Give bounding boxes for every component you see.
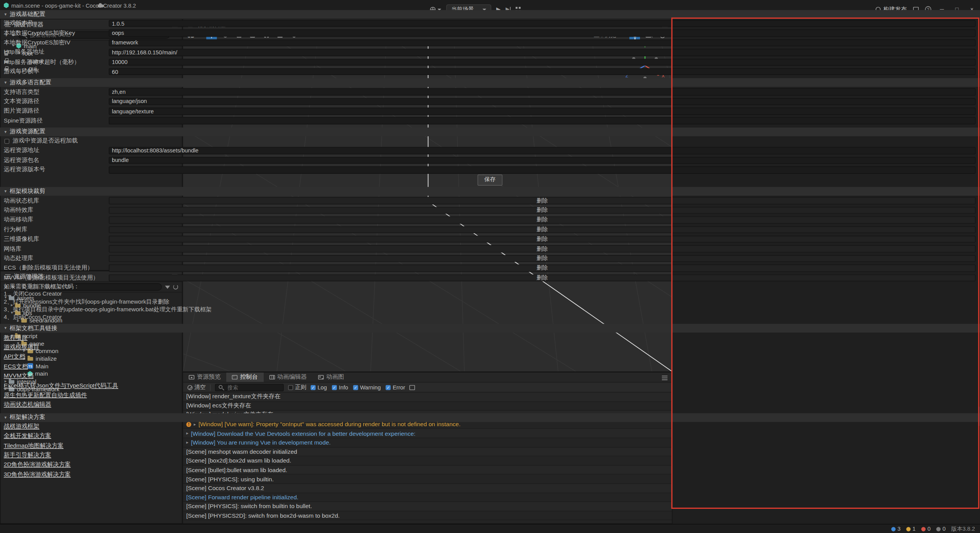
delete-button[interactable]: 删除 xyxy=(109,197,975,204)
scrollbar-thumb[interactable] xyxy=(978,406,979,426)
error-count[interactable]: 0 xyxy=(921,526,931,532)
solution-link[interactable]: 2D角色扮演游戏解决方案 xyxy=(0,460,980,470)
delete-button[interactable]: 删除 xyxy=(109,235,975,243)
basic-fields: 游戏版本号 本地数据CryptoES加密Key 本地数据CryptoES加密IV xyxy=(0,19,980,77)
solution-link[interactable]: Tiledmap地图解决方案 xyxy=(0,441,980,451)
field-input[interactable] xyxy=(109,157,975,164)
solution-link[interactable]: 全栈开发解决方案 xyxy=(0,432,980,441)
field-input[interactable] xyxy=(109,59,975,66)
field-label: 本地数据CryptoES加密IV xyxy=(4,39,109,47)
field-input[interactable] xyxy=(109,20,975,27)
field-label: 远程资源版本号 xyxy=(4,166,109,174)
checkbox-icon xyxy=(4,139,9,144)
module-rows: 动画状态机库 删除 动画特效库 删除 动画移动库 删除 行为树库 xyxy=(0,196,980,283)
section-header-basic[interactable]: 游戏基础配置 xyxy=(0,10,980,19)
field-input[interactable] xyxy=(109,147,975,154)
doc-link[interactable]: Excel格式转Json文件与TypeScript代码工具 xyxy=(0,381,980,391)
module-label: 动态处理库 xyxy=(4,254,109,262)
section-header-i18n[interactable]: 游戏多语言配置 xyxy=(0,78,980,87)
warning-icon xyxy=(906,527,910,531)
section-header-resources[interactable]: 游戏资源配置 xyxy=(0,128,980,136)
collapse-caret-icon xyxy=(4,80,7,85)
inspector-panel: 属性检查器 构建发布 服务 框架配置 xyxy=(0,0,307,505)
doc-link[interactable]: ECS文档 xyxy=(0,362,980,371)
collapse-caret-icon xyxy=(4,326,7,331)
delete-button[interactable]: 删除 xyxy=(109,265,975,272)
config-field: 文本资源路径 xyxy=(0,97,980,106)
i18n-fields: 支持语言类型 文本资源路径 图片资源路径 Spine资源路径 xyxy=(0,87,980,126)
error-icon xyxy=(921,527,925,531)
collapse-caret-icon xyxy=(4,189,7,194)
field-label: 支持语言类型 xyxy=(4,88,109,96)
field-input[interactable] xyxy=(109,49,975,56)
message-count[interactable]: 3 xyxy=(891,526,901,532)
module-row: 三维摄像机库 删除 xyxy=(0,234,980,244)
delete-button[interactable]: 删除 xyxy=(109,255,975,262)
doc-link[interactable]: API文档 xyxy=(0,352,980,362)
module-label: MVVM（删除后模板项目无法使用） xyxy=(4,274,109,282)
doc-link[interactable]: MVVM文档 xyxy=(0,371,980,381)
doc-link[interactable]: 游戏模板项目 xyxy=(0,342,980,352)
redownload-note: 3、执行项目根目录中的update-oops-plugin-framework.… xyxy=(0,306,980,313)
field-label: Spine资源路径 xyxy=(4,117,109,125)
field-input[interactable] xyxy=(109,166,975,173)
window-title: main.scene - oops-game-kit - Cocos Creat… xyxy=(4,1,175,9)
delete-button[interactable]: 删除 xyxy=(109,207,975,214)
section-header-modules[interactable]: 框架模块裁剪 xyxy=(0,187,980,196)
field-label: 游戏版本号 xyxy=(4,20,109,28)
doc-link[interactable]: 教程项目 xyxy=(0,333,980,342)
field-input[interactable] xyxy=(109,98,975,105)
config-field: 远程资源地址 xyxy=(0,146,980,155)
delete-button[interactable]: 删除 xyxy=(109,226,975,233)
field-input[interactable] xyxy=(109,88,975,96)
remote-load-toggle[interactable]: 游戏中资源是否远程加载 xyxy=(0,136,980,146)
redownload-note: 2、打开extensions文件夹中找到oops-plugin-framewor… xyxy=(0,298,980,306)
module-label: 动画特效库 xyxy=(4,206,109,214)
redownload-note: 1、关闭Cocos Creator xyxy=(0,290,980,298)
cocos-creator-window: main.scene - oops-game-kit - Cocos Creat… xyxy=(0,0,980,533)
tab-icon xyxy=(97,4,103,7)
redownload-note: 4、启动Cocos Creator xyxy=(0,313,980,321)
app-logo-icon xyxy=(4,3,9,8)
field-label: Http服务器地址 xyxy=(4,48,109,56)
redownload-notes: 1、关闭Cocos Creator2、打开extensions文件夹中找到oop… xyxy=(0,290,980,321)
section-header-solutions[interactable]: 框架解决方案 xyxy=(0,413,980,422)
task-count[interactable]: 0 xyxy=(936,526,946,532)
field-label: 远程资源包名 xyxy=(4,156,109,164)
field-label: 文本资源路径 xyxy=(4,98,109,106)
save-button[interactable]: 保存 xyxy=(477,174,502,185)
config-field: 图片资源路径 xyxy=(0,106,980,116)
solution-link[interactable]: 新手引导解决方案 xyxy=(0,451,980,460)
config-field: 远程资源版本号 xyxy=(0,165,980,175)
config-field: Spine资源路径 xyxy=(0,116,980,126)
field-input[interactable] xyxy=(109,117,975,124)
doc-links: 教程项目游戏模板项目API文档ECS文档MVVM文档Excel格式转Json文件… xyxy=(0,333,980,410)
field-input[interactable] xyxy=(109,39,975,46)
solution-link[interactable]: 3D角色扮演游戏解决方案 xyxy=(0,470,980,479)
field-input[interactable] xyxy=(109,108,975,115)
doc-link[interactable]: 原生包热更新配置自动生成插件 xyxy=(0,391,980,400)
module-row: 网络库 删除 xyxy=(0,244,980,253)
module-label: 行为树库 xyxy=(4,226,109,234)
doc-link[interactable]: 动画状态机编辑器 xyxy=(0,400,980,410)
field-label: 本地数据CryptoES加密Key xyxy=(4,29,109,37)
section-header-docs[interactable]: 框架文档工具链接 xyxy=(0,324,980,333)
warning-count[interactable]: 1 xyxy=(906,526,916,532)
collapse-caret-icon xyxy=(4,12,7,17)
collapse-caret-icon xyxy=(4,129,7,134)
task-icon xyxy=(936,527,941,531)
solution-links: 战棋游戏框架全栈开发解决方案Tiledmap地图解决方案新手引导解决方案2D角色… xyxy=(0,422,980,479)
module-label: 动画移动库 xyxy=(4,216,109,224)
collapse-caret-icon xyxy=(4,415,7,420)
framework-config-content: 游戏基础配置 游戏版本号 本地数据CryptoES加密Key 本地数据 xyxy=(0,10,980,533)
version-label: 版本3.8.2 xyxy=(951,525,975,533)
module-row: 动态处理库 删除 xyxy=(0,254,980,263)
delete-button[interactable]: 删除 xyxy=(109,245,975,253)
module-row: 动画特效库 删除 xyxy=(0,206,980,215)
field-input[interactable] xyxy=(109,29,975,37)
message-icon xyxy=(891,527,895,531)
delete-button[interactable]: 删除 xyxy=(109,216,975,224)
field-input[interactable] xyxy=(109,68,975,75)
solution-link[interactable]: 战棋游戏框架 xyxy=(0,422,980,431)
delete-button[interactable]: 删除 xyxy=(109,274,975,281)
